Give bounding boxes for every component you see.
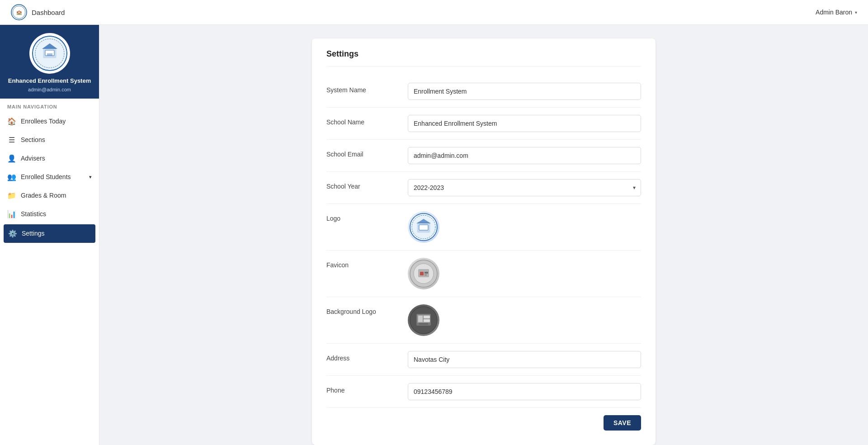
sidebar-header: Enhanced Enrollment System admin@admin.c… bbox=[0, 25, 99, 99]
save-row: SAVE bbox=[326, 415, 641, 431]
sidebar-item-enrolled-students[interactable]: 👥 Enrolled Students ▾ bbox=[0, 168, 99, 186]
sidebar-item-settings[interactable]: ⚙️ Settings bbox=[4, 224, 95, 243]
svg-text:🏫: 🏫 bbox=[16, 9, 22, 15]
gear-icon: ⚙️ bbox=[8, 229, 17, 238]
nav-grades-room-label: Grades & Room bbox=[21, 192, 66, 199]
nav-settings-label: Settings bbox=[22, 230, 45, 237]
group-icon: 👥 bbox=[7, 173, 16, 181]
logo-label: Logo bbox=[326, 211, 399, 222]
svg-rect-13 bbox=[419, 225, 428, 230]
sidebar-item-advisers[interactable]: 👤 Advisers bbox=[0, 149, 99, 168]
list-icon: ☰ bbox=[7, 136, 16, 144]
sidebar: Enhanced Enrollment System admin@admin.c… bbox=[0, 25, 99, 445]
settings-page-title: Settings bbox=[326, 49, 641, 66]
svg-rect-7 bbox=[47, 53, 52, 56]
settings-card: Settings System Name School Name School … bbox=[312, 38, 656, 445]
svg-rect-18 bbox=[420, 272, 424, 275]
address-label: Address bbox=[326, 351, 399, 362]
topnav-title: Dashboard bbox=[32, 9, 65, 16]
background-logo-label: Background Logo bbox=[326, 304, 399, 315]
school-email-label: School Email bbox=[326, 147, 399, 158]
form-row-logo: Logo bbox=[326, 204, 641, 251]
nav-statistics-label: Statistics bbox=[21, 210, 46, 218]
sidebar-nav: 🏠 Enrollees Today ☰ Sections 👤 Advisers … bbox=[0, 112, 99, 244]
school-year-label: School Year bbox=[326, 179, 399, 190]
chart-icon: 📊 bbox=[7, 210, 16, 218]
svg-rect-26 bbox=[424, 319, 430, 322]
system-name-label: System Name bbox=[326, 83, 399, 94]
form-row-school-name: School Name bbox=[326, 108, 641, 140]
favicon-label: Favicon bbox=[326, 258, 399, 269]
folder-icon: 📁 bbox=[7, 191, 16, 200]
system-name-input[interactable] bbox=[408, 83, 641, 100]
svg-rect-24 bbox=[418, 316, 423, 322]
form-row-school-email: School Email bbox=[326, 140, 641, 172]
nav-enrollees-today-label: Enrollees Today bbox=[21, 118, 66, 125]
save-button[interactable]: SAVE bbox=[604, 415, 641, 431]
school-year-select-wrapper: 2022-2023 2023-2024 2024-2025 ▾ bbox=[408, 179, 641, 196]
topnav: 🏫 Dashboard Admin Baron ▾ bbox=[0, 0, 868, 25]
school-name-input[interactable] bbox=[408, 115, 641, 132]
form-row-phone: Phone bbox=[326, 376, 641, 408]
sidebar-app-name: Enhanced Enrollment System bbox=[8, 77, 91, 85]
admin-name-label: Admin Baron bbox=[816, 9, 852, 16]
nav-enrolled-students-label: Enrolled Students bbox=[21, 173, 71, 180]
form-row-school-year: School Year 2022-2023 2023-2024 2024-202… bbox=[326, 172, 641, 204]
phone-label: Phone bbox=[326, 383, 399, 394]
topnav-left: 🏫 Dashboard bbox=[11, 4, 65, 20]
sidebar-logo bbox=[29, 33, 70, 74]
school-name-label: School Name bbox=[326, 115, 399, 126]
favicon-image[interactable] bbox=[408, 258, 439, 289]
school-email-input[interactable] bbox=[408, 147, 641, 164]
address-input[interactable] bbox=[408, 351, 641, 368]
svg-rect-25 bbox=[424, 316, 430, 318]
topnav-logo-icon: 🏫 bbox=[11, 4, 27, 20]
form-row-address: Address bbox=[326, 344, 641, 376]
sidebar-item-grades-room[interactable]: 📁 Grades & Room bbox=[0, 186, 99, 205]
nav-sections-label: Sections bbox=[21, 136, 45, 143]
nav-advisers-label: Advisers bbox=[21, 155, 45, 162]
topnav-admin-menu[interactable]: Admin Baron ▾ bbox=[816, 9, 857, 16]
sidebar-nav-label: Main Navigation bbox=[0, 99, 99, 112]
sidebar-item-enrollees-today[interactable]: 🏠 Enrollees Today bbox=[0, 112, 99, 131]
main-content: Settings System Name School Name School … bbox=[99, 25, 868, 445]
sidebar-item-sections[interactable]: ☰ Sections bbox=[0, 131, 99, 149]
form-row-favicon: Favicon bbox=[326, 251, 641, 297]
svg-rect-19 bbox=[425, 272, 428, 274]
home-icon: 🏠 bbox=[7, 117, 16, 126]
form-row-background-logo: Background Logo bbox=[326, 297, 641, 344]
person-icon: 👤 bbox=[7, 154, 16, 163]
form-row-system-name: System Name bbox=[326, 76, 641, 108]
school-year-select[interactable]: 2022-2023 2023-2024 2024-2025 bbox=[408, 179, 641, 196]
enrolled-students-chevron-icon: ▾ bbox=[89, 174, 92, 180]
svg-rect-27 bbox=[419, 323, 428, 325]
phone-input[interactable] bbox=[408, 383, 641, 400]
logo-image[interactable] bbox=[408, 211, 439, 243]
background-logo-image[interactable] bbox=[408, 304, 439, 336]
admin-chevron-icon: ▾ bbox=[855, 10, 857, 15]
sidebar-item-statistics[interactable]: 📊 Statistics bbox=[0, 205, 99, 223]
svg-rect-20 bbox=[425, 275, 427, 275]
sidebar-admin-email: admin@admin.com bbox=[28, 87, 71, 92]
